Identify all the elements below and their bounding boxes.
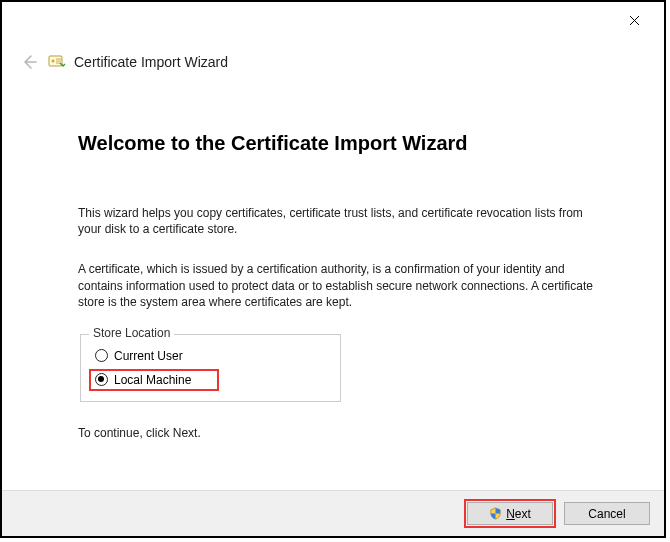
radio-local-machine[interactable]: Local Machine (89, 369, 219, 391)
certificate-icon (48, 53, 66, 71)
radio-label: Local Machine (114, 373, 191, 387)
store-location-legend: Store Location (89, 326, 174, 340)
next-button[interactable]: Next (467, 502, 553, 525)
radio-current-user[interactable]: Current User (95, 345, 330, 367)
wizard-title: Certificate Import Wizard (74, 54, 228, 70)
wizard-footer: Next Cancel (2, 490, 664, 536)
wizard-content: Welcome to the Certificate Import Wizard… (78, 132, 598, 440)
next-button-highlight: Next (464, 499, 556, 528)
close-icon (629, 15, 640, 26)
uac-shield-icon (489, 507, 502, 520)
wizard-window: Certificate Import Wizard Welcome to the… (0, 0, 666, 538)
intro-paragraph-1: This wizard helps you copy certificates,… (78, 205, 598, 237)
cancel-button[interactable]: Cancel (564, 502, 650, 525)
store-location-group: Store Location Current User Local Machin… (80, 334, 341, 402)
wizard-header: Certificate Import Wizard (18, 48, 648, 76)
radio-icon (95, 373, 108, 386)
close-button[interactable] (614, 8, 654, 32)
continue-hint: To continue, click Next. (78, 426, 598, 440)
next-button-label: Next (506, 507, 531, 521)
radio-icon (95, 349, 108, 362)
cancel-button-label: Cancel (588, 507, 625, 521)
radio-label: Current User (114, 349, 183, 363)
page-heading: Welcome to the Certificate Import Wizard (78, 132, 598, 155)
back-arrow-icon (20, 53, 38, 71)
intro-paragraph-2: A certificate, which is issued by a cert… (78, 261, 598, 310)
svg-point-1 (52, 60, 55, 63)
back-button[interactable] (18, 51, 40, 73)
